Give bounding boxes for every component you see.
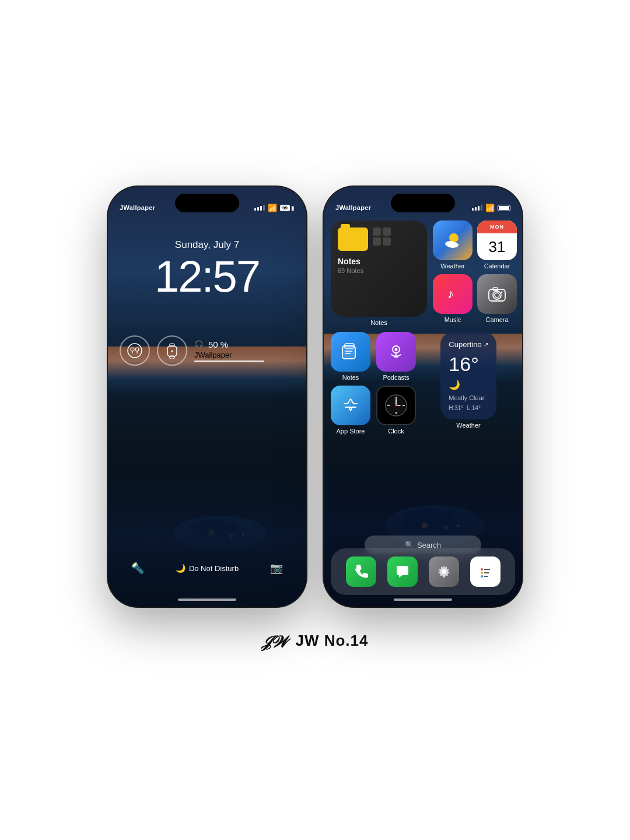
search-icon: 🔍: [405, 541, 414, 549]
camera-app-svg: [487, 284, 508, 304]
calendar-day: 31: [489, 239, 506, 254]
music-app-bg: ♪: [433, 274, 473, 314]
music-app-icon[interactable]: ♪ Music: [433, 274, 473, 323]
appstore-app-svg: [341, 396, 360, 415]
weather-moon-icon: 🌙: [449, 379, 460, 390]
dock-phone-icon[interactable]: [346, 556, 376, 587]
lockscreen-phone: JWallpaper 📶 99 ▮ Sunday, July: [108, 187, 306, 607]
files-app-label: Notes: [342, 374, 359, 381]
lockscreen-screen: JWallpaper 📶 99 ▮ Sunday, July: [108, 187, 306, 607]
home-content-area: Notes 69 Notes Notes: [331, 220, 515, 435]
calendar-app-icon[interactable]: MON 31 Calendar: [477, 220, 517, 270]
weather-app-bg: [433, 220, 473, 260]
dnd-label: Do Not Disturb: [189, 564, 239, 573]
dock-reminders-icon[interactable]: [470, 556, 501, 587]
folder-grid: [373, 228, 391, 246]
svg-point-6: [128, 344, 142, 358]
appstore-app-icon[interactable]: App Store: [331, 386, 370, 435]
weather-widget-container: Cupertino ↗ 16° 🌙 Mostly Clear H:31° L:1…: [422, 332, 515, 429]
folder-body: [338, 228, 368, 251]
dock-messages-icon[interactable]: [387, 556, 418, 587]
weather-app-svg: [442, 230, 463, 251]
weather-widget-label: Weather: [456, 422, 480, 429]
dnd-control[interactable]: 🌙 Do Not Disturb: [176, 564, 239, 573]
folder-dot: [373, 237, 381, 246]
watch-icon: [165, 342, 179, 359]
calendar-header: MON: [477, 220, 517, 233]
weather-condition-row: 🌙: [449, 379, 488, 390]
svg-point-26: [493, 291, 501, 299]
wifi-icon-home: 📶: [485, 204, 495, 212]
homescreen-phone: JWallpaper 📶: [324, 187, 522, 607]
notes-widget-top: [338, 228, 420, 251]
clock-app-bg: [376, 386, 416, 425]
carrier-label-home: JWallpaper: [335, 204, 371, 211]
headphones-icon: 🎧: [194, 340, 204, 349]
svg-point-23: [447, 242, 459, 248]
home-indicator-home: [394, 598, 452, 601]
notes-widget-title: Notes: [338, 257, 420, 266]
folder-tab: [341, 224, 350, 229]
weather-high: H:31°: [449, 405, 463, 411]
notes-widget-container: Notes 69 Notes Notes: [331, 220, 427, 326]
svg-point-8: [135, 348, 139, 351]
calendar-body: 31: [489, 233, 506, 260]
svg-point-7: [131, 348, 134, 351]
folder-dot: [373, 228, 381, 236]
calendar-mon: MON: [490, 224, 504, 230]
clock-app-icon[interactable]: Clock: [376, 386, 416, 435]
notes-widget-subtitle: 69 Notes: [338, 267, 420, 274]
appstore-app-bg: [331, 386, 370, 425]
battery-info-widget: 🎧 50 % JWallpaper: [194, 340, 295, 362]
lock-bottom-controls: 🔦 🌙 Do Not Disturb 📷: [108, 562, 306, 575]
calendar-app-label: Calendar: [484, 262, 510, 270]
carrier-label-lock: JWallpaper: [120, 204, 155, 211]
status-icons-lock: 📶 99 ▮: [254, 204, 295, 212]
signal-icon-lock: [254, 205, 265, 211]
weather-widget[interactable]: Cupertino ↗ 16° 🌙 Mostly Clear H:31° L:1…: [440, 332, 496, 419]
right-icons-col: Weather MON 31: [433, 220, 517, 326]
camera-btn[interactable]: 📷: [270, 562, 283, 575]
folder-icon: [338, 228, 368, 251]
weather-calendar-row: Weather MON 31: [433, 220, 517, 270]
lock-date: Sunday, July 7: [108, 239, 306, 251]
dock: [331, 548, 515, 595]
battery-fill-home: [499, 206, 509, 210]
weather-condition-label: Mostly Clear: [449, 394, 488, 401]
camera-app-icon[interactable]: Camera: [477, 274, 517, 323]
flashlight-btn[interactable]: 🔦: [131, 562, 144, 575]
homescreen-status-bar: JWallpaper 📶: [324, 195, 522, 220]
weather-app-icon[interactable]: Weather: [433, 220, 473, 270]
camera-lock-icon: 📷: [270, 562, 283, 575]
svg-text:♪: ♪: [447, 286, 454, 301]
brand-logo-svg: 𝒥𝒲: [261, 630, 290, 651]
battery-percent-lock: 99: [280, 205, 290, 211]
files-appstore-col: Notes App Store: [331, 332, 370, 435]
svg-point-29: [501, 292, 503, 293]
weather-temperature: 16°: [449, 353, 488, 376]
phone-icon-svg: [353, 564, 369, 580]
weather-app-label: Weather: [440, 262, 464, 270]
music-app-svg: ♪: [443, 284, 463, 304]
notes-widget[interactable]: Notes 69 Notes: [331, 220, 427, 317]
svg-point-51: [481, 575, 483, 578]
podcasts-clock-col: Podcasts: [376, 332, 416, 435]
messages-icon-svg: [394, 564, 411, 580]
folder-dot: [383, 228, 391, 236]
files-app-icon[interactable]: Notes: [331, 332, 370, 381]
moon-icon: 🌙: [176, 564, 186, 573]
homescreen-screen: JWallpaper 📶: [324, 187, 522, 607]
clock-app-label: Clock: [388, 428, 404, 435]
podcasts-app-bg: [376, 332, 416, 372]
files-app-bg: [331, 332, 370, 372]
dock-settings-icon[interactable]: [429, 556, 459, 587]
appstore-app-label: App Store: [337, 428, 365, 435]
podcasts-app-icon[interactable]: Podcasts: [376, 332, 416, 381]
music-camera-row: ♪ Music: [433, 274, 517, 323]
lockscreen-status-bar: JWallpaper 📶 99 ▮: [108, 195, 306, 220]
weather-low: L:14°: [467, 405, 480, 411]
phones-container: JWallpaper 📶 99 ▮ Sunday, July: [108, 187, 522, 607]
brand-footer: 𝒥𝒲 JW No.14: [261, 630, 368, 653]
svg-text:𝒥𝒲: 𝒥𝒲: [261, 633, 290, 651]
weather-range-row: H:31° L:14°: [449, 405, 488, 411]
